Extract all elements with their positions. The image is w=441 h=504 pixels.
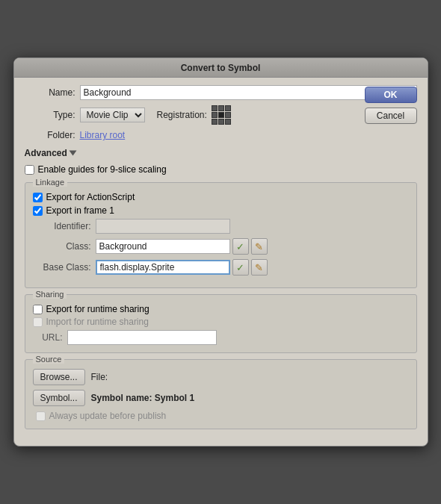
export-as-row: Export for ActionScript (33, 192, 409, 202)
reg-dot-bl[interactable] (212, 119, 218, 125)
export-as-checkbox[interactable] (33, 193, 43, 202)
sharing-section-title: Sharing (33, 290, 67, 299)
reg-dot-tl[interactable] (212, 105, 218, 111)
url-label: URL: (33, 332, 63, 343)
enable-guides-row: Enable guides for 9-slice scaling (25, 164, 417, 175)
reg-dot-mr[interactable] (225, 112, 231, 118)
url-row: URL: (33, 330, 409, 345)
browse-button[interactable]: Browse... (33, 369, 85, 385)
class-check-button[interactable]: ✓ (232, 238, 249, 255)
browse-row: Browse... File: (33, 369, 409, 385)
identifier-input[interactable] (96, 219, 230, 234)
base-class-row: Base Class: ✓ ✎ (33, 259, 409, 276)
source-inner: Browse... File: Symbol... Symbol name: S… (33, 366, 409, 421)
linkage-inner: Export for ActionScript Export in frame … (33, 189, 409, 276)
export-runtime-row: Export for runtime sharing (33, 304, 409, 314)
dialog-title: Convert to Symbol (181, 63, 261, 73)
class-input[interactable] (96, 239, 230, 254)
symbol-name-text: Symbol name: Symbol 1 (91, 393, 195, 403)
always-update-label: Always update before publish (49, 411, 167, 421)
always-update-checkbox[interactable] (36, 411, 46, 421)
type-row: Type: Movie Clip Button Graphic Registra… (25, 105, 417, 125)
export-as-label: Export for ActionScript (46, 192, 135, 202)
reg-dot-center[interactable] (218, 112, 224, 118)
class-label: Class: (33, 241, 91, 252)
reg-dot-bm[interactable] (218, 119, 224, 125)
file-label: File: (91, 372, 108, 382)
symbol-button[interactable]: Symbol... (33, 390, 85, 406)
dialog-title-bar: Convert to Symbol (14, 58, 428, 78)
enable-guides-checkbox[interactable] (25, 165, 34, 175)
import-runtime-checkbox[interactable] (33, 317, 43, 327)
dialog-buttons: OK Cancel (365, 87, 417, 124)
advanced-triangle-icon (69, 151, 76, 156)
export-runtime-label: Export for runtime sharing (46, 304, 149, 314)
advanced-row[interactable]: Advanced (25, 148, 417, 158)
dialog-body: OK Cancel Name: Type: Movie Clip Button … (14, 78, 428, 446)
export-runtime-checkbox[interactable] (33, 305, 43, 314)
sharing-inner: Export for runtime sharing Import for ru… (33, 301, 409, 345)
url-input[interactable] (67, 330, 217, 345)
source-section-title: Source (33, 355, 65, 364)
advanced-label: Advanced (25, 148, 67, 158)
enable-guides-label: Enable guides for 9-slice scaling (38, 164, 167, 175)
reg-dot-tr[interactable] (225, 105, 231, 111)
import-runtime-row: Import for runtime sharing (33, 317, 409, 327)
name-label: Name: (25, 87, 75, 98)
type-select[interactable]: Movie Clip Button Graphic (80, 108, 145, 122)
import-runtime-label: Import for runtime sharing (46, 317, 149, 327)
identifier-label: Identifier: (33, 221, 91, 231)
registration-grid[interactable] (212, 105, 231, 125)
linkage-section: Linkage Export for ActionScript Export i… (25, 182, 417, 288)
linkage-section-title: Linkage (33, 178, 68, 187)
reg-dot-tm[interactable] (218, 105, 224, 111)
registration-label: Registration: (157, 110, 207, 120)
export-frame-label: Export in frame 1 (46, 205, 114, 216)
base-class-label: Base Class: (33, 262, 91, 273)
ok-button[interactable]: OK (365, 87, 417, 103)
reg-dot-br[interactable] (225, 119, 231, 125)
class-row: Class: ✓ ✎ (33, 238, 409, 255)
class-edit-button[interactable]: ✎ (251, 238, 268, 255)
cancel-button[interactable]: Cancel (365, 108, 417, 124)
identifier-row: Identifier: (33, 219, 409, 234)
base-class-check-button[interactable]: ✓ (232, 259, 249, 276)
name-row: Name: (25, 85, 417, 100)
base-class-edit-button[interactable]: ✎ (251, 259, 268, 276)
sharing-section: Sharing Export for runtime sharing Impor… (25, 294, 417, 353)
always-update-row: Always update before publish (36, 411, 409, 421)
folder-label: Folder: (25, 130, 75, 140)
source-section: Source Browse... File: Symbol... Symbol … (25, 359, 417, 429)
reg-dot-ml[interactable] (212, 112, 218, 118)
export-frame-row: Export in frame 1 (33, 205, 409, 216)
base-class-input[interactable] (96, 260, 230, 275)
folder-row: Folder: Library root (25, 130, 417, 140)
symbol-row: Symbol... Symbol name: Symbol 1 (33, 390, 409, 406)
library-root-link[interactable]: Library root (80, 130, 126, 140)
type-label: Type: (25, 110, 75, 120)
export-frame-checkbox[interactable] (33, 206, 43, 216)
convert-to-symbol-dialog: Convert to Symbol OK Cancel Name: Type: … (13, 57, 428, 447)
